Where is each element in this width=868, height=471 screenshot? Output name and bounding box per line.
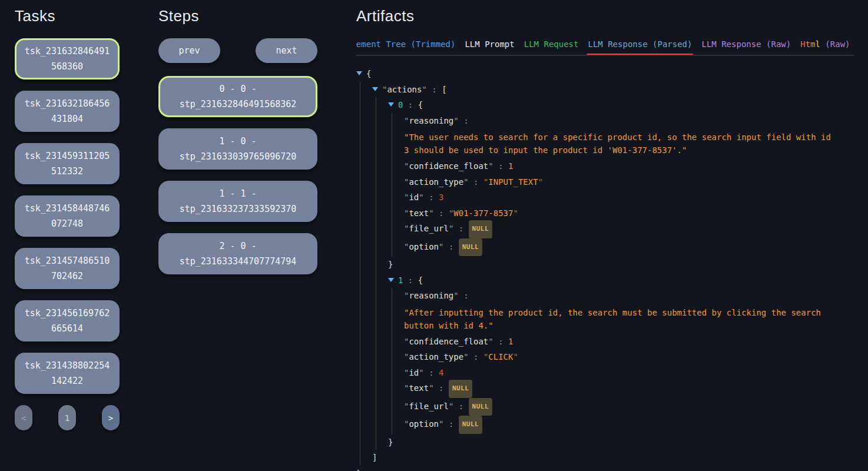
tab-label-segment: tm: [806, 39, 816, 49]
task-button[interactable]: tsk_231457486510702462: [15, 248, 120, 289]
steps-next-button[interactable]: next: [256, 38, 317, 63]
json-colon: :: [459, 288, 473, 304]
json-row: "action_type" : "CLICK": [356, 349, 854, 365]
indent-guide: [372, 239, 388, 257]
indent-guide: [356, 82, 372, 98]
indent-guide: [388, 205, 404, 221]
json-key: "action_type": [404, 349, 469, 365]
json-float-value: 1: [508, 158, 513, 174]
indent-guide: [372, 257, 388, 273]
step-button[interactable]: 1 - 1 - stp_231633237333592370: [158, 181, 317, 222]
json-row: }: [356, 434, 854, 450]
json-colon: :: [459, 113, 473, 129]
json-key: "confidence_float": [404, 334, 493, 350]
json-string-value: "The user needs to search for a specific…: [404, 131, 834, 157]
json-key: "file_url": [404, 399, 453, 414]
json-colon: :: [443, 416, 458, 432]
task-button[interactable]: tsk_231632846491568360: [15, 38, 120, 79]
tab-llm-response-raw[interactable]: LLM Response (Raw): [701, 39, 791, 55]
indent-guide: [372, 190, 388, 205]
indent-guide: [356, 158, 372, 174]
indent-guide: [388, 158, 404, 174]
indent-guide: [372, 113, 388, 129]
indent-guide: [356, 97, 372, 113]
indent-guide: [388, 221, 404, 239]
json-colon: :: [434, 205, 449, 221]
json-null-badge: NULL: [459, 238, 483, 257]
json-row: 0 : {: [356, 97, 854, 113]
json-punct: }: [356, 466, 361, 471]
indent-guide: [388, 113, 404, 129]
indent-guide: [356, 205, 372, 221]
step-button[interactable]: 0 - 0 - stp_231632846491568362: [158, 76, 317, 117]
json-colon: :: [453, 399, 468, 414]
tab-element-tree-trimmed[interactable]: Element Tree (Trimmed): [356, 39, 455, 55]
indent-guide: [356, 128, 372, 158]
task-button[interactable]: tsk_231456169762665614: [15, 300, 120, 341]
pagination-next-button[interactable]: >: [102, 405, 120, 430]
json-string-value: "INPUT_TEXT": [483, 174, 543, 190]
json-colon: :: [493, 334, 508, 350]
tasks-panel: Tasks tsk_231632846491568360tsk_23163218…: [15, 7, 120, 430]
indent-guide: [388, 174, 404, 190]
pagination-prev-button[interactable]: <: [15, 405, 32, 430]
artifacts-title: Artifacts: [356, 7, 854, 25]
task-button[interactable]: tsk_231632186456431804: [15, 91, 120, 132]
step-button[interactable]: 1 - 0 - stp_231633039765096720: [158, 128, 317, 170]
indent-guide: [356, 334, 372, 350]
step-button[interactable]: 2 - 0 - stp_231633344707774794: [158, 233, 317, 274]
indent-guide: [356, 174, 372, 190]
indent-guide: [356, 365, 372, 381]
collapse-toggle-icon[interactable]: [388, 102, 394, 110]
indent-guide: [356, 113, 372, 129]
json-key: "option": [404, 239, 443, 255]
json-key: "action_type": [404, 174, 469, 190]
json-punct: [: [442, 82, 446, 98]
steps-prev-button[interactable]: prev: [158, 38, 220, 63]
json-colon: :: [434, 380, 449, 396]
json-row: "action_type" : "INPUT_TEXT": [356, 174, 854, 190]
indent-guide: [372, 174, 388, 190]
json-row: "file_url" : NULL: [356, 399, 854, 417]
tab-html-raw[interactable]: Html (Raw): [800, 39, 850, 55]
indent-guide: [356, 399, 372, 417]
collapse-toggle-icon[interactable]: [388, 278, 394, 285]
indent-guide: [372, 334, 388, 350]
json-row: "option" : NULL: [356, 239, 854, 257]
json-row: "text" : NULL: [356, 380, 854, 399]
json-key: "reasoning": [404, 113, 459, 129]
tab-label-segment: (Raw): [820, 39, 850, 49]
tab-llm-request[interactable]: LLM Request: [524, 39, 579, 55]
json-float-value: 1: [508, 334, 513, 350]
tab-llm-response-parsed[interactable]: LLM Response (Parsed): [588, 39, 692, 55]
json-row: 1 : {: [356, 273, 854, 288]
json-punct: {: [418, 273, 423, 288]
json-punct: {: [366, 66, 371, 82]
json-key: "id": [404, 365, 424, 381]
indent-guide: [372, 128, 388, 158]
json-key: "option": [404, 416, 443, 432]
json-int-value: 3: [439, 190, 443, 205]
json-null-badge: NULL: [459, 416, 483, 434]
indent-guide: [356, 380, 372, 399]
task-button[interactable]: tsk_231438802254142422: [15, 353, 120, 394]
collapse-toggle-icon[interactable]: [356, 71, 362, 78]
indent-guide: [388, 399, 404, 417]
json-string-value: "After inputting the product id, the sea…: [404, 306, 834, 332]
json-row: "id" : 4: [356, 365, 854, 381]
json-colon: :: [424, 190, 439, 205]
collapse-toggle-icon[interactable]: [372, 87, 378, 94]
json-colon: :: [469, 174, 483, 190]
pagination-page-1-button[interactable]: 1: [58, 405, 76, 430]
task-button[interactable]: tsk_231458448746072748: [15, 195, 120, 237]
step-nav: prev next: [158, 38, 317, 63]
indent-guide: [372, 97, 388, 113]
json-row: "file_url" : NULL: [356, 221, 854, 239]
tasks-title: Tasks: [15, 7, 120, 25]
json-key: "confidence_float": [404, 158, 493, 174]
tasks-pagination: < 1 >: [15, 405, 120, 430]
json-colon: :: [453, 221, 468, 237]
tab-llm-prompt[interactable]: LLM Prompt: [465, 39, 514, 55]
task-button[interactable]: tsk_231459311205512332: [15, 143, 120, 184]
json-row: ]: [356, 450, 854, 466]
